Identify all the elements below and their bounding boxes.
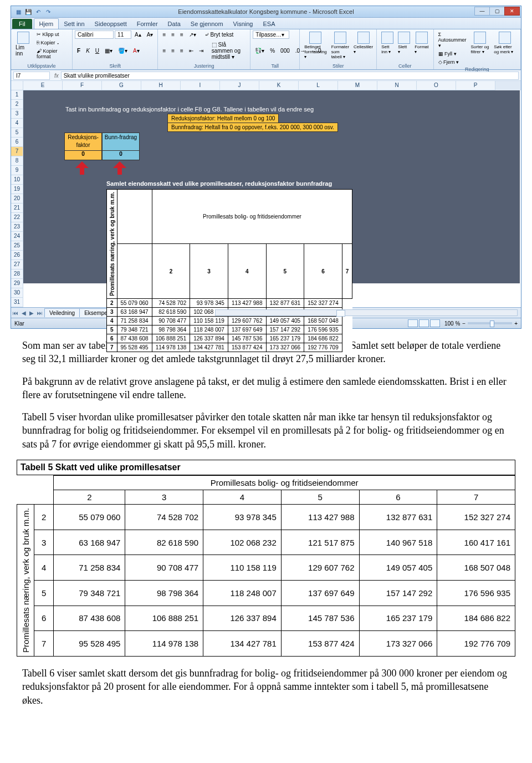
col-header-E[interactable]: E: [23, 81, 63, 90]
row-header-7[interactable]: 7: [11, 147, 23, 156]
select-all-corner[interactable]: [11, 81, 23, 90]
col-header-M[interactable]: M: [338, 81, 377, 90]
row-header-8[interactable]: 8: [11, 156, 23, 166]
row-header-10[interactable]: 10: [11, 175, 23, 185]
indent-inc-icon[interactable]: ⇥: [197, 47, 206, 55]
col-header-K[interactable]: K: [259, 81, 299, 90]
align-top-icon[interactable]: ≡: [160, 30, 168, 39]
number-format-select[interactable]: Tilpasse…▾: [253, 30, 289, 39]
col-header-G[interactable]: G: [102, 81, 141, 90]
percent-icon[interactable]: %: [268, 47, 277, 55]
paste-button[interactable]: Lim inn: [13, 30, 33, 60]
sheet-nav-last-icon[interactable]: ⏭: [35, 310, 44, 316]
sheet-tab-veiledning[interactable]: Veiledning: [44, 308, 80, 317]
zoom-out-icon[interactable]: −: [462, 321, 466, 327]
fill-button[interactable]: ▦ Fyll ▾: [436, 50, 469, 58]
close-button[interactable]: ✕: [504, 7, 520, 16]
cell-styles-button[interactable]: Cellestiler ▾: [351, 30, 375, 60]
wrap-text-button[interactable]: ⤶ Bryt tekst: [202, 30, 236, 39]
tab-esa[interactable]: ESA: [258, 19, 280, 29]
row-header-24[interactable]: 24: [11, 232, 23, 241]
format-cells-button[interactable]: Format ▾: [412, 30, 431, 55]
file-tab[interactable]: Fil: [12, 19, 32, 29]
align-bot-icon[interactable]: ≡: [178, 30, 186, 39]
col-header-N[interactable]: N: [377, 81, 417, 90]
align-left-icon[interactable]: ≡: [160, 47, 168, 55]
row-header-1[interactable]: 1: [11, 90, 23, 100]
formula-content[interactable]: Skatt v/ulike promillesatser: [61, 72, 519, 80]
row-header-28[interactable]: 28: [11, 269, 23, 279]
col-header-O[interactable]: O: [417, 81, 456, 90]
indent-dec-icon[interactable]: ⇤: [187, 47, 196, 55]
underline-button[interactable]: U: [93, 47, 101, 55]
maximize-button[interactable]: ▢: [489, 7, 505, 16]
col-header-I[interactable]: I: [181, 81, 220, 90]
delete-cells-button[interactable]: Slett ▾: [396, 30, 412, 55]
currency-icon[interactable]: 💱▾: [253, 47, 267, 55]
row-header-21[interactable]: 21: [11, 204, 23, 213]
tab-hjem[interactable]: Hjem: [34, 18, 59, 29]
font-color-button[interactable]: A▾: [131, 47, 142, 55]
row-header-27[interactable]: 27: [11, 260, 23, 269]
font-name-select[interactable]: Calibri: [75, 30, 114, 39]
font-size-select[interactable]: 11: [115, 30, 131, 39]
save-icon[interactable]: 💾: [24, 8, 32, 16]
cells-area[interactable]: Tast inn bunnfradrag og reduksjonsfaktor…: [23, 90, 520, 283]
align-mid-icon[interactable]: ≡: [169, 30, 177, 39]
sheet-nav-prev-icon[interactable]: ◀: [20, 310, 28, 316]
row-header-23[interactable]: 23: [11, 222, 23, 232]
clear-button[interactable]: ◇ Fjern ▾: [436, 58, 469, 66]
format-painter-button[interactable]: 🖌 Kopier format: [34, 47, 70, 60]
column-headers[interactable]: EFGHIJKLMNOP: [23, 81, 495, 90]
row-header-25[interactable]: 25: [11, 241, 23, 251]
fill-color-button[interactable]: 🪣▾: [116, 47, 130, 55]
row-header-5[interactable]: 5: [11, 128, 23, 138]
sheet-nav-first-icon[interactable]: ⏮: [11, 310, 20, 316]
col-header-F[interactable]: F: [63, 81, 102, 90]
row-header-9[interactable]: 9: [11, 166, 23, 175]
value-reduksjonsfaktor[interactable]: 0: [64, 150, 102, 160]
row-header-3[interactable]: 3: [11, 109, 23, 119]
merge-button[interactable]: ⬚ Slå sammen og midtstill ▾: [209, 40, 248, 61]
row-header-2[interactable]: 2: [11, 100, 23, 109]
tab-settinn[interactable]: Sett inn: [59, 19, 89, 29]
tab-data[interactable]: Data: [163, 19, 186, 29]
autosum-button[interactable]: Σ Autosummer ▾: [436, 30, 469, 49]
value-bunnfradrag[interactable]: 0: [102, 150, 140, 160]
undo-icon[interactable]: ↶: [34, 8, 42, 16]
shrink-font-icon[interactable]: A▾: [145, 30, 156, 39]
normal-view-icon[interactable]: [408, 319, 418, 327]
cut-button[interactable]: ✂ Klipp ut: [34, 30, 70, 38]
col-header-J[interactable]: J: [220, 81, 259, 90]
sheet-nav-next-icon[interactable]: ▶: [28, 310, 35, 316]
align-center-icon[interactable]: ≡: [169, 47, 177, 55]
row-header-29[interactable]: 29: [11, 279, 23, 288]
orientation-icon[interactable]: ↗▾: [187, 30, 198, 39]
minimize-button[interactable]: —: [474, 7, 490, 16]
bold-button[interactable]: F: [75, 47, 83, 55]
format-table-button[interactable]: Formater som tabell ▾: [329, 30, 351, 60]
align-right-icon[interactable]: ≡: [178, 47, 186, 55]
row-header-22[interactable]: 22: [11, 213, 23, 222]
row-header-30[interactable]: 30: [11, 288, 23, 298]
row-header-6[interactable]: 6: [11, 138, 23, 147]
border-button[interactable]: ▦▾: [103, 47, 115, 55]
row-header-4[interactable]: 4: [11, 119, 23, 128]
tab-visning[interactable]: Visning: [228, 19, 258, 29]
tab-sideoppsett[interactable]: Sideoppsett: [90, 19, 132, 29]
grow-font-icon[interactable]: A▴: [132, 30, 144, 39]
find-button[interactable]: Søk etter og merk ▾: [492, 30, 518, 66]
sort-filter-button[interactable]: Sorter og filtrer ▾: [469, 30, 492, 66]
worksheet-grid[interactable]: 1234567891019202122232425262728293031 Ta…: [11, 90, 521, 307]
copy-button[interactable]: ⎘ Kopier ▾: [34, 39, 70, 47]
name-box[interactable]: I7: [13, 72, 50, 80]
col-header-H[interactable]: H: [141, 81, 181, 90]
zoom-slider[interactable]: [468, 322, 512, 324]
redo-icon[interactable]: ↷: [44, 8, 52, 16]
row-headers[interactable]: 1234567891019202122232425262728293031: [11, 90, 23, 307]
tab-formler[interactable]: Formler: [132, 19, 163, 29]
row-header-20[interactable]: 20: [11, 194, 23, 204]
page-break-view-icon[interactable]: [430, 319, 440, 327]
row-header-31[interactable]: 31: [11, 298, 23, 307]
comma-icon[interactable]: 000: [278, 47, 292, 55]
